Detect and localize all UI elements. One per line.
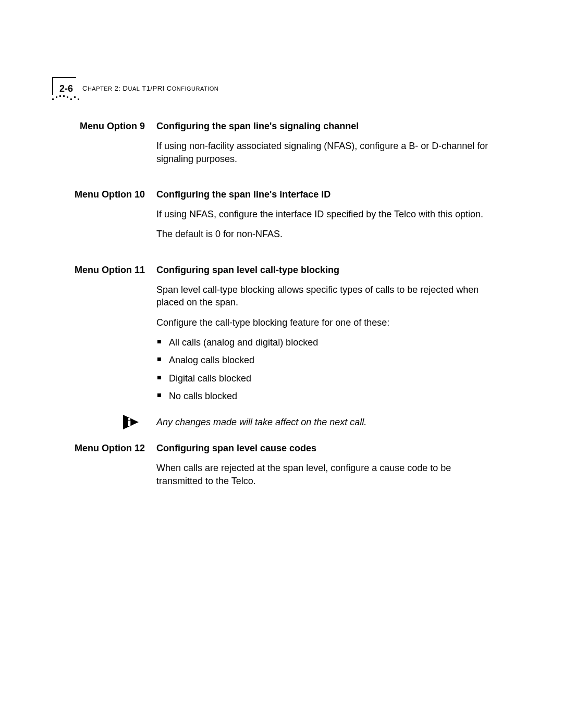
decorative-dots-icon	[52, 95, 83, 102]
svg-rect-2	[128, 421, 131, 426]
page: 2-6 CHAPTER 2: DUAL T1/PRI CONFIGURATION…	[0, 0, 563, 728]
paragraph: When calls are rejected at the span leve…	[156, 462, 490, 487]
chapter-text-part: ONFIGURATION	[172, 85, 219, 92]
list-item: No calls blocked	[156, 390, 490, 402]
page-number: 2-6	[59, 83, 73, 94]
section-menu-option-9: Menu Option 9 Configuring the span line'…	[52, 120, 511, 172]
section-menu-option-11: Menu Option 11 Configuring span level ca…	[52, 264, 511, 410]
chapter-title: CHAPTER 2: DUAL T1/PRI CONFIGURATION	[82, 84, 218, 92]
list-item: All calls (analog and digital) blocked	[156, 336, 490, 349]
section-label: Menu Option 12	[52, 442, 156, 454]
section-menu-option-12: Menu Option 12 Configuring span level ca…	[52, 442, 511, 495]
paragraph: Configure the call-type blocking feature…	[156, 316, 490, 329]
section-heading: Configuring the span line's signaling ch…	[156, 120, 490, 132]
note-icon-container	[52, 414, 156, 430]
section-heading: Configuring span level call-type blockin…	[156, 264, 490, 276]
section-label: Menu Option 9	[52, 120, 156, 132]
section-body: Configuring the span line's interface ID…	[156, 188, 490, 248]
chapter-text-part: HAPTER	[88, 85, 113, 92]
chapter-text-part: UAL	[128, 85, 140, 92]
section-body: Configuring span level call-type blockin…	[156, 264, 490, 410]
paragraph: If using NFAS, configure the interface I…	[156, 208, 490, 220]
section-heading: Configuring the span line's interface ID	[156, 188, 490, 201]
chapter-text-part: T1/PRI C	[140, 84, 172, 92]
section-body: Configuring span level cause codes When …	[156, 442, 490, 495]
note-text: Any changes made will take affect on the…	[156, 416, 490, 428]
section-label: Menu Option 11	[52, 264, 156, 276]
list-item: Analog calls blocked	[156, 354, 490, 366]
bullet-list: All calls (analog and digital) blocked A…	[156, 336, 490, 402]
section-label: Menu Option 10	[52, 188, 156, 201]
chapter-text-part: 2: D	[113, 84, 128, 92]
svg-marker-0	[123, 415, 139, 429]
section-body: Configuring the span line's signaling ch…	[156, 120, 490, 172]
chapter-text-part: C	[82, 84, 88, 92]
svg-point-1	[128, 418, 131, 421]
info-arrow-icon	[123, 414, 145, 430]
note-row: Any changes made will take affect on the…	[52, 414, 511, 430]
paragraph: Span level call-type blocking allows spe…	[156, 283, 490, 309]
header-rule-horizontal	[52, 77, 76, 78]
section-menu-option-10: Menu Option 10 Configuring the span line…	[52, 188, 511, 248]
paragraph: The default is 0 for non-NFAS.	[156, 228, 490, 240]
content-area: Menu Option 9 Configuring the span line'…	[52, 120, 511, 499]
list-item: Digital calls blocked	[156, 372, 490, 385]
header-rule-vertical	[52, 77, 53, 95]
paragraph: If using non-facility associated signali…	[156, 140, 490, 165]
section-heading: Configuring span level cause codes	[156, 442, 490, 454]
